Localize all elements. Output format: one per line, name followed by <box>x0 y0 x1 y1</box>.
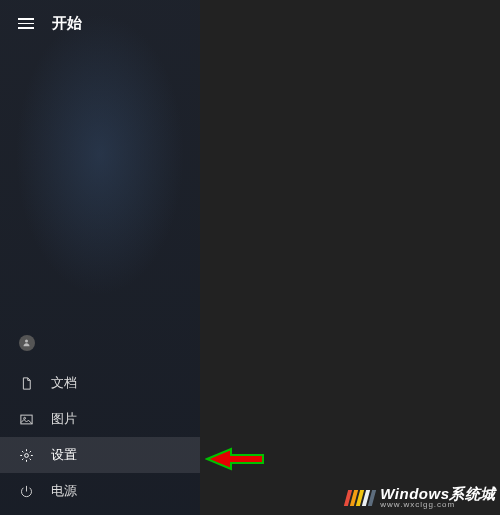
svg-point-3 <box>25 453 29 457</box>
sidebar-list: 文档 图片 设置 电源 <box>0 324 200 515</box>
svg-point-0 <box>25 340 28 343</box>
power-icon <box>18 483 35 500</box>
sidebar-item-label: 文档 <box>51 374 77 392</box>
hamburger-icon[interactable] <box>18 18 34 29</box>
sidebar-item-label: 图片 <box>51 410 77 428</box>
start-menu-body <box>0 47 200 324</box>
picture-icon <box>18 411 35 428</box>
sidebar-item-settings[interactable]: 设置 <box>0 437 200 473</box>
gear-icon <box>18 447 35 464</box>
watermark-url: www.wxclgg.com <box>380 501 496 509</box>
sidebar-item-label: 设置 <box>51 446 77 464</box>
document-icon <box>18 375 35 392</box>
sidebar-item-pictures[interactable]: 图片 <box>0 401 200 437</box>
content-area <box>200 0 500 515</box>
sidebar-item-documents[interactable]: 文档 <box>0 365 200 401</box>
sidebar-item-label: 电源 <box>51 482 77 500</box>
start-header: 开始 <box>0 0 200 47</box>
start-title: 开始 <box>52 14 82 33</box>
user-avatar-icon <box>18 334 35 351</box>
sidebar-item-profile[interactable] <box>0 324 200 365</box>
sidebar-item-power[interactable]: 电源 <box>0 473 200 509</box>
start-menu-panel: 开始 文档 图片 设置 <box>0 0 200 515</box>
watermark-brand: Windows系统城 <box>380 486 496 501</box>
watermark: Windows系统城 www.wxclgg.com <box>346 486 496 509</box>
watermark-stripes-icon <box>346 490 374 506</box>
